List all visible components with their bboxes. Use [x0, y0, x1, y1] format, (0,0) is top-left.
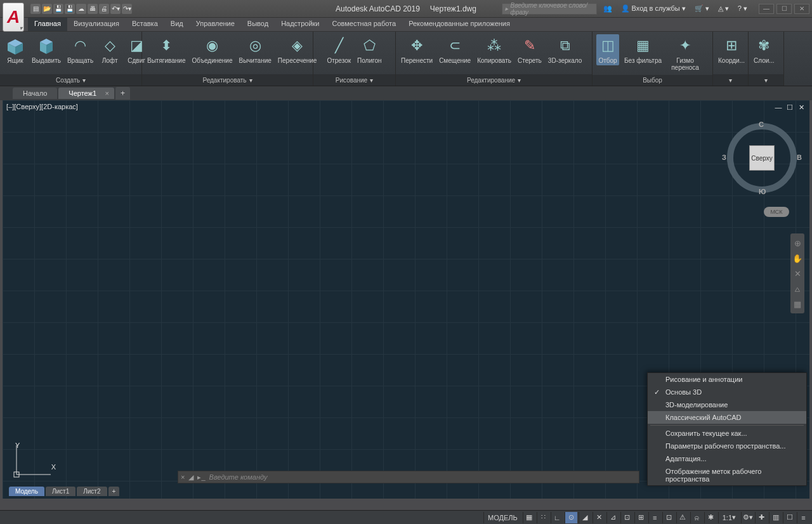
status-dyn-icon[interactable]: ⊞ [634, 512, 647, 523]
signin-button[interactable]: 👤Вход в службы ▾ [619, 4, 688, 13]
menu-item[interactable]: Классический AutoCAD [648, 411, 806, 424]
print-icon[interactable]: 🖨 [99, 4, 109, 14]
minimize-button[interactable]: — [759, 4, 774, 14]
tab-insert[interactable]: Вставка [126, 18, 164, 31]
tab-add[interactable]: + [115, 87, 130, 100]
undo-icon[interactable]: ↶▾ [110, 4, 121, 14]
saveas-icon[interactable]: 💾 [65, 4, 75, 14]
status-ortho-icon[interactable]: ∟ [551, 512, 563, 523]
panel-create-title[interactable]: Создать ▾ [0, 74, 141, 86]
status-clean-icon[interactable]: ☐ [783, 512, 796, 523]
tab-visual[interactable]: Визуализация [67, 18, 126, 31]
extrude-button[interactable]: Выдавить [30, 34, 62, 65]
status-isodraft-icon[interactable]: ◢ [579, 512, 591, 523]
menu-item[interactable]: 3D-моделирование [648, 398, 806, 411]
redo-icon[interactable]: ↷▾ [122, 4, 132, 14]
status-grid-icon[interactable]: ▦ [523, 512, 535, 523]
app-menu-button[interactable]: A [3, 3, 24, 32]
move-button[interactable]: ✥Перенести [400, 34, 434, 65]
tab-featured[interactable]: Рекомендованные приложения [402, 18, 516, 31]
tab-model[interactable]: Модель [9, 487, 44, 496]
status-osnap-icon[interactable]: ✕ [593, 512, 605, 523]
pan-icon[interactable]: ✋ [792, 252, 803, 264]
erase-button[interactable]: ✎Стереть [516, 34, 543, 65]
wcs-badge[interactable]: МСК [764, 207, 789, 217]
viewcube-west[interactable]: З [722, 154, 726, 161]
maximize-button[interactable]: ☐ [776, 4, 792, 14]
intersect-button[interactable]: ◈Пересечение [277, 34, 318, 65]
panel-coord-title[interactable]: ▾ [713, 74, 748, 86]
polygon-button[interactable]: ⬠Полигон [356, 34, 383, 65]
new-icon[interactable]: ▤ [30, 4, 41, 14]
cmd-input[interactable]: Введите команду [209, 473, 636, 481]
status-annovis-icon[interactable]: ✱ [704, 512, 717, 523]
tab-layout-add[interactable]: + [108, 487, 120, 496]
copy-button[interactable]: ⁂Копировать [476, 34, 513, 65]
a360-icon[interactable]: ◬ ▾ [716, 4, 731, 13]
tab-drawing1[interactable]: Чертеж1 [58, 88, 114, 99]
tab-home[interactable]: Главная [28, 18, 67, 31]
save-icon[interactable]: 💾 [53, 4, 63, 14]
viewcube-south[interactable]: Ю [759, 188, 766, 195]
status-ui-icon[interactable]: ▥ [769, 512, 782, 523]
close-button[interactable]: ✕ [794, 4, 809, 14]
cloud-icon[interactable]: ☁ [76, 4, 86, 14]
plot-icon[interactable]: 🖶 [88, 4, 98, 14]
offset-button[interactable]: ⊂Смещение [438, 34, 472, 65]
viewcube-north[interactable]: С [759, 121, 764, 128]
union-button[interactable]: ◉Объединение [191, 34, 234, 65]
menu-item[interactable]: Параметры рабочего пространства... [648, 440, 806, 452]
viewport-maximize-icon[interactable]: ☐ [785, 103, 794, 112]
panel-draw-title[interactable]: Рисование ▾ [313, 74, 395, 86]
box-button[interactable]: Ящик [4, 34, 27, 65]
status-sel-icon[interactable]: ⊡ [662, 512, 675, 523]
culling-button[interactable]: ◫Отбор [596, 34, 619, 65]
layers-button[interactable]: ✾Слои... [752, 34, 776, 65]
revolve-button[interactable]: ◠Вращать [66, 34, 95, 65]
tab-layout2[interactable]: Лист2 [77, 487, 107, 496]
menu-item[interactable]: Сохранить текущее как... [648, 427, 806, 440]
status-annoscale-icon[interactable]: ⍾ [690, 512, 703, 523]
viewcube[interactable]: Сверху С Ю В З [727, 123, 797, 193]
coord-button[interactable]: ⊞Коорди... [717, 34, 746, 65]
tab-view[interactable]: Вид [164, 18, 190, 31]
showmotion-icon[interactable]: ▦ [792, 298, 803, 310]
cmd-history-icon[interactable]: ◢ [188, 473, 193, 481]
status-lwt-icon[interactable]: ≡ [648, 512, 661, 523]
panel-modify-title[interactable]: Редактирование ▾ [396, 74, 592, 86]
viewport-label[interactable]: [–][Сверху][2D-каркас] [6, 103, 78, 110]
mirror3d-button[interactable]: ⧉3D-зеркало [547, 34, 583, 65]
subtract-button[interactable]: ◎Вычитание [237, 34, 272, 65]
presspull-button[interactable]: ⬍Вытягивание [146, 34, 187, 65]
status-scale[interactable]: 1:1 ▾ [718, 512, 740, 523]
viewport-close-icon[interactable]: ✕ [797, 103, 806, 112]
menu-item[interactable]: Адаптация... [648, 452, 806, 465]
viewport-minimize-icon[interactable]: — [774, 103, 783, 112]
tab-layout1[interactable]: Лист1 [46, 487, 75, 496]
status-model[interactable]: МОДЕЛЬ [483, 512, 521, 523]
status-otrack-icon[interactable]: ⊡ [620, 512, 633, 523]
status-polar-icon[interactable]: ⊙ [565, 512, 577, 523]
status-plus-icon[interactable]: ✚ [755, 512, 768, 523]
ucs-icon[interactable]: Y X [11, 442, 56, 480]
tab-manage[interactable]: Управление [190, 18, 241, 31]
tab-output[interactable]: Вывод [241, 18, 275, 31]
line-button[interactable]: ╱Отрезок [325, 34, 352, 65]
menu-item[interactable]: Основы 3D [648, 386, 806, 398]
help-icon[interactable]: ? ▾ [735, 4, 750, 13]
status-snap-icon[interactable]: ∷ [537, 512, 549, 523]
orbit-icon[interactable]: 🜂 [792, 283, 803, 294]
exchange-icon[interactable]: 🛒 ▾ [692, 4, 712, 13]
status-annomon-icon[interactable]: ⚠ [676, 512, 689, 523]
status-custom-icon[interactable]: ≡ [797, 512, 809, 523]
command-line[interactable]: × ◢ ▸_ Введите команду [178, 471, 639, 483]
tab-start[interactable]: Начало [13, 88, 57, 99]
status-workspace-icon[interactable]: ⚙▾ [741, 512, 754, 523]
panel-layers-title[interactable]: ▾ [749, 74, 783, 86]
status-3dosnap-icon[interactable]: ⊿ [606, 512, 619, 523]
search-input[interactable]: ▸ Введите ключевое слово/фразу [502, 3, 597, 15]
viewcube-east[interactable]: В [797, 154, 802, 161]
infocenter-icon[interactable]: 👥 [601, 4, 615, 13]
nofilter-button[interactable]: ▦Без фильтра [623, 34, 663, 65]
menu-item[interactable]: Отображение меток рабочего пространства [648, 465, 806, 485]
